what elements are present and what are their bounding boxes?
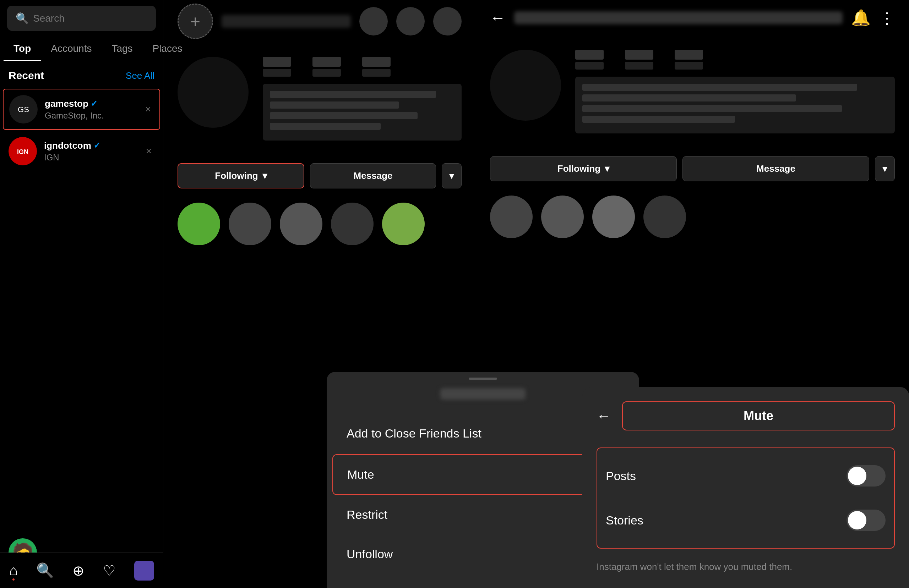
- left-profile-stats: [263, 57, 462, 149]
- add-close-friends-label: Add to Close Friends List: [346, 426, 482, 440]
- search-bar-wrap: 🔍: [0, 0, 163, 37]
- left-panel: 🔍 Top Accounts Tags Places Recent See Al…: [0, 0, 163, 588]
- account-info-ign: igndotcom ✓ IGN: [44, 140, 136, 163]
- posts-toggle[interactable]: [846, 465, 886, 486]
- more-button-left[interactable]: ▾: [442, 163, 462, 189]
- left-followers-row: [178, 203, 462, 245]
- left-profile-bio: [263, 84, 462, 141]
- account-info-gamestop: gamestop ✓ GameStop, Inc.: [45, 98, 135, 121]
- activity-nav-icon[interactable]: ♡: [103, 562, 116, 579]
- mute-stories-row: Stories: [606, 498, 886, 542]
- story-icon: [359, 7, 388, 36]
- tab-accounts[interactable]: Accounts: [41, 37, 102, 61]
- message-button-right[interactable]: Message: [683, 156, 869, 181]
- posts-label: Posts: [606, 469, 636, 483]
- right-posts-stat: [575, 50, 603, 69]
- back-icon[interactable]: ←: [490, 9, 506, 27]
- mute-toggles-box: Posts Stories: [597, 447, 895, 549]
- remove-gamestop-button[interactable]: ×: [142, 101, 154, 118]
- right-profile-bio: [575, 77, 895, 133]
- stories-toggle[interactable]: [846, 510, 886, 531]
- fullname-ign: IGN: [44, 153, 136, 163]
- stories-bar: +: [163, 0, 476, 43]
- search-input[interactable]: [33, 13, 147, 24]
- right-top-nav: ← 🔔 ⋮: [476, 0, 909, 36]
- mute-back-button[interactable]: ←: [597, 408, 611, 424]
- left-profile-header: [178, 57, 462, 149]
- profile-nav-icon[interactable]: [134, 561, 154, 580]
- mute-label: Mute: [347, 468, 374, 481]
- right-following-stat: [674, 50, 703, 69]
- username-ign: igndotcom ✓: [44, 140, 136, 151]
- follower-thumb-2: [229, 203, 271, 245]
- svg-text:IGN: IGN: [17, 148, 28, 155]
- home-nav-icon[interactable]: ⌂: [9, 562, 18, 578]
- recent-account-gamestop[interactable]: GS gamestop ✓ GameStop, Inc. ×: [3, 89, 160, 130]
- story-username-blur: [222, 15, 351, 27]
- mute-header: ← Mute: [597, 401, 895, 430]
- following-stat: [362, 57, 391, 77]
- avatar-ign: IGN: [8, 137, 37, 165]
- recent-account-ign[interactable]: IGN igndotcom ✓ IGN ×: [0, 131, 163, 171]
- stories-label: Stories: [606, 514, 644, 527]
- follower-thumb-5: [382, 203, 425, 245]
- posts-toggle-track: [846, 465, 886, 486]
- more-button-right[interactable]: ▾: [875, 156, 895, 181]
- restrict-label: Restrict: [346, 508, 387, 522]
- mute-posts-row: Posts: [606, 454, 886, 498]
- avatar-gamestop: GS: [9, 95, 38, 123]
- left-profile-pic: [178, 57, 249, 128]
- svg-text:GS: GS: [18, 105, 29, 114]
- stories-toggle-track: [846, 510, 886, 531]
- followers-stat: [312, 57, 341, 77]
- right-follower-thumb-2: [541, 195, 584, 238]
- bottom-nav: ⌂ 🔍 ⊕ ♡: [0, 552, 163, 588]
- fullname-gamestop: GameStop, Inc.: [45, 111, 135, 121]
- username-blurred: [440, 388, 526, 399]
- follower-thumb-4: [331, 203, 374, 245]
- story-icon-3: [433, 7, 462, 36]
- left-action-buttons: Following ▾ Message ▾: [178, 163, 462, 189]
- mute-title-button[interactable]: Mute: [622, 401, 895, 430]
- follower-thumb-1: [178, 203, 220, 245]
- recent-title: Recent: [8, 69, 44, 82]
- right-followers-stat: [625, 50, 653, 69]
- right-follower-thumb-1: [490, 195, 533, 238]
- chevron-down-icon: ▾: [262, 170, 267, 181]
- posts-toggle-thumb: [848, 467, 866, 485]
- search-nav-icon[interactable]: 🔍: [36, 562, 54, 579]
- mute-note: Instagram won't let them know you muted …: [597, 560, 895, 574]
- add-story-button[interactable]: +: [178, 3, 213, 39]
- right-followers-row: [490, 195, 895, 238]
- create-nav-icon[interactable]: ⊕: [73, 562, 84, 579]
- right-follower-thumb-3: [592, 195, 635, 238]
- right-action-buttons: Following ▾ Message ▾: [490, 156, 895, 181]
- search-tabs: Top Accounts Tags Places: [0, 37, 163, 61]
- mute-panel: ← Mute Posts Stories: [582, 387, 909, 588]
- right-profile: Following ▾ Message ▾: [476, 36, 909, 252]
- username-gamestop: gamestop ✓: [45, 98, 135, 109]
- follower-thumb-3: [280, 203, 322, 245]
- right-profile-stats: [575, 50, 895, 142]
- tab-places[interactable]: Places: [143, 37, 192, 61]
- search-bar[interactable]: 🔍: [7, 6, 156, 31]
- tab-tags[interactable]: Tags: [102, 37, 142, 61]
- tab-top[interactable]: Top: [3, 37, 41, 61]
- see-all-button[interactable]: See All: [126, 70, 154, 81]
- sheet-drag-handle: [469, 378, 497, 380]
- more-options-icon[interactable]: ⋮: [879, 9, 895, 27]
- search-icon: 🔍: [16, 12, 29, 24]
- stories-toggle-thumb: [848, 511, 866, 530]
- notification-bell-icon[interactable]: 🔔: [851, 8, 871, 27]
- remove-ign-button[interactable]: ×: [143, 143, 154, 160]
- following-button-left[interactable]: Following ▾: [178, 163, 304, 189]
- right-username-blur: [514, 11, 843, 24]
- message-button-left[interactable]: Message: [310, 163, 436, 189]
- verified-icon-ign: ✓: [94, 141, 100, 150]
- unfollow-label: Unfollow: [346, 547, 393, 561]
- right-follower-thumb-4: [644, 195, 686, 238]
- posts-stat: [263, 57, 291, 77]
- right-profile-header: [490, 50, 895, 142]
- left-profile: Following ▾ Message ▾: [163, 43, 476, 259]
- following-button-right[interactable]: Following ▾: [490, 156, 677, 181]
